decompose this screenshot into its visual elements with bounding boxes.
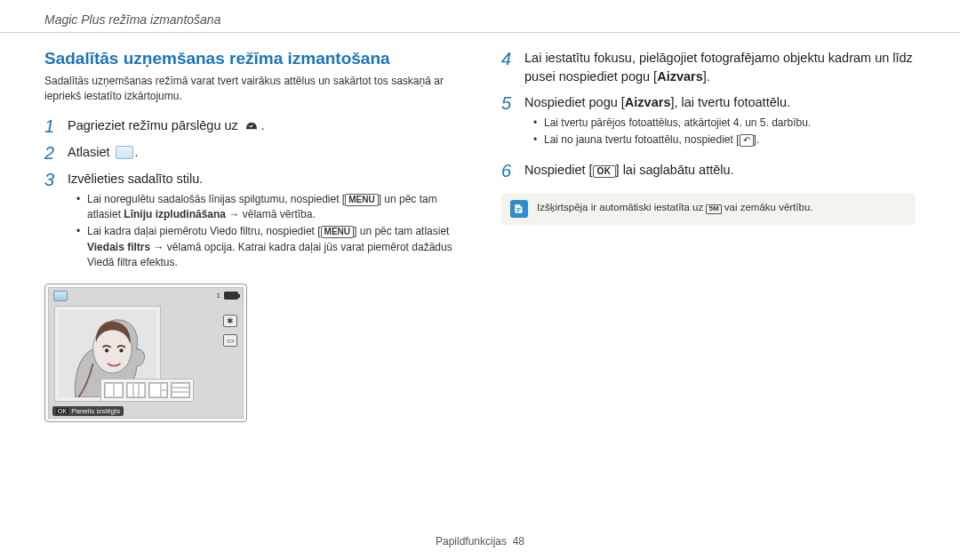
ok-key-icon: OK bbox=[56, 408, 68, 414]
section-intro: Sadalītās uzņemšanas režīmā varat tvert … bbox=[44, 74, 459, 104]
step-1: 1 Pagrieziet režīmu pārslēgu uz . bbox=[44, 116, 459, 136]
lcd-caption-label: Panelis izslēgts bbox=[71, 407, 120, 415]
page-footer: Papildfunkcijas 48 bbox=[0, 535, 960, 548]
note-box: Izšķirtspēja ir automātiski iestatīta uz… bbox=[501, 193, 916, 225]
step-number: 4 bbox=[501, 49, 516, 68]
note-info-icon bbox=[510, 200, 528, 218]
breadcrumb: Magic Plus režīma izmantošana bbox=[44, 12, 220, 27]
resolution-icon: 5M bbox=[706, 204, 721, 214]
step-3: 3 Izvēlieties sadalīto stilu. Lai noregu… bbox=[44, 170, 459, 276]
step-5-sublist: Lai tvertu pārējos fotoattēlus, atkārtoj… bbox=[533, 116, 811, 148]
steps-list-right: 4 Lai iestatītu fokusu, pielāgojiet foto… bbox=[501, 49, 916, 180]
step-number: 5 bbox=[501, 93, 516, 113]
step-text: Izvēlieties sadalīto stilu. Lai noregulē… bbox=[68, 170, 459, 276]
step-3-sublist: Lai noregulētu sadalošās līnijas spilgtu… bbox=[76, 192, 459, 271]
step-text: Nospiediet pogu [Aizvars], lai tvertu fo… bbox=[524, 93, 811, 154]
layout-option-icon bbox=[126, 382, 146, 398]
svg-point-2 bbox=[105, 348, 108, 352]
camera-lcd-illustration: 1 bbox=[44, 284, 247, 422]
battery-icon bbox=[224, 292, 238, 300]
layout-option-icon bbox=[104, 382, 124, 398]
lcd-screen: 1 bbox=[48, 287, 244, 419]
layout-option-icon bbox=[171, 382, 190, 398]
step-number: 3 bbox=[44, 170, 59, 189]
step-text: Nospiediet [OK] lai saglabātu attēlu. bbox=[524, 161, 734, 180]
lcd-top-bar: 1 bbox=[49, 288, 243, 301]
menu-button-chip: MENU bbox=[321, 226, 354, 238]
step-text: Atlasiet . bbox=[68, 143, 139, 162]
left-column: Sadalītās uzņemšanas režīma izmantošana … bbox=[44, 49, 459, 422]
step-number: 6 bbox=[501, 161, 516, 180]
step-6: 6 Nospiediet [OK] lai saglabātu attēlu. bbox=[501, 161, 916, 180]
right-column: 4 Lai iestatītu fokusu, pielāgojiet foto… bbox=[501, 49, 916, 422]
step-5: 5 Nospiediet pogu [Aizvars], lai tvertu … bbox=[501, 93, 916, 154]
section-title: Sadalītās uzņemšanas režīma izmantošana bbox=[44, 49, 459, 68]
step-3a: Lai noregulētu sadalošās līnijas spilgtu… bbox=[76, 192, 459, 223]
step-text: Lai iestatītu fokusu, pielāgojiet fotogr… bbox=[524, 49, 916, 86]
steps-list-left: 1 Pagrieziet režīmu pārslēgu uz . 2 Atla… bbox=[44, 116, 459, 276]
step-text: Pagrieziet režīmu pārslēgu uz . bbox=[68, 116, 265, 135]
lcd-side-icons: ✱ ▭ bbox=[223, 315, 237, 347]
layout-option-icon bbox=[148, 382, 168, 398]
content-columns: Sadalītās uzņemšanas režīma izmantošana … bbox=[0, 33, 960, 422]
layout-picker bbox=[100, 379, 194, 402]
flash-setting-icon: ✱ bbox=[223, 315, 237, 327]
svg-point-3 bbox=[119, 348, 123, 352]
step-3b: Lai kadra daļai piemērotu Viedo filtru, … bbox=[76, 224, 459, 270]
menu-button-chip: MENU bbox=[345, 194, 378, 206]
lcd-caption: OK Panelis izslēgts bbox=[52, 406, 124, 416]
page-number: 48 bbox=[513, 535, 524, 548]
page-header: Magic Plus režīma izmantošana bbox=[0, 0, 960, 33]
split-mode-icon bbox=[116, 146, 133, 159]
back-button-icon: ↶ bbox=[740, 134, 754, 147]
step-4: 4 Lai iestatītu fokusu, pielāgojiet foto… bbox=[501, 49, 916, 86]
step-2: 2 Atlasiet . bbox=[44, 143, 459, 163]
mode-dial-icon bbox=[244, 119, 260, 132]
image-size-setting-icon: ▭ bbox=[223, 334, 237, 347]
step-5a: Lai tvertu pārējos fotoattēlus, atkārtoj… bbox=[533, 116, 811, 131]
step-number: 2 bbox=[44, 143, 59, 163]
note-text: Izšķirtspēja ir automātiski iestatīta uz… bbox=[537, 200, 813, 214]
mode-indicator-icon bbox=[53, 291, 68, 301]
step-number: 1 bbox=[44, 116, 59, 136]
step-5b: Lai no jauna tvertu fotoattēlu, nospiedi… bbox=[533, 132, 811, 148]
shot-counter: 1 bbox=[217, 292, 220, 300]
footer-label: Papildfunkcijas bbox=[436, 535, 507, 548]
ok-button-chip: OK bbox=[593, 165, 616, 178]
